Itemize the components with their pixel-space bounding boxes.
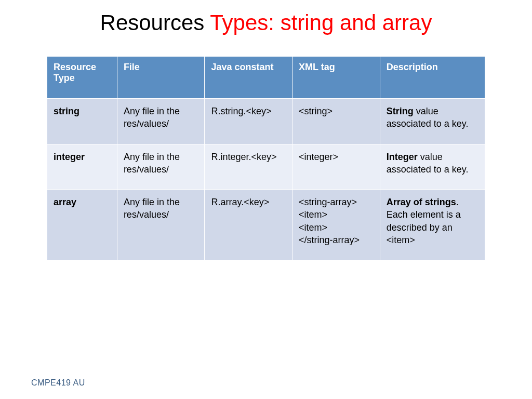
th-xml-tag: XML tag [292, 57, 380, 99]
title-red: Types: string and array [210, 10, 432, 35]
footer-label: CMPE419 AU [31, 378, 85, 388]
cell-file: Any file in the res/values/ [117, 144, 205, 190]
cell-xml: <integer> [292, 144, 380, 190]
desc-bold: Integer [387, 152, 418, 162]
cell-desc: Array of strings. Each element is a desc… [380, 190, 485, 260]
desc-bold: String [387, 106, 414, 116]
cell-type: array [47, 190, 117, 260]
resources-table: Resource Type File Java constant XML tag… [47, 56, 485, 260]
th-description: Description [380, 57, 485, 99]
cell-xml: <string> [292, 99, 380, 144]
cell-desc: String value associated to a key. [380, 99, 485, 144]
cell-file: Any file in the res/values/ [117, 190, 205, 260]
cell-constant: R.string.<key> [205, 99, 292, 144]
slide-title: Resources Types: string and array [0, 10, 532, 35]
cell-type: integer [47, 144, 117, 190]
cell-desc: Integer value associated to a key. [380, 144, 485, 190]
cell-file: Any file in the res/values/ [117, 99, 205, 144]
cell-type: string [47, 99, 117, 144]
table-row: integer Any file in the res/values/ R.in… [47, 144, 485, 190]
table-row: array Any file in the res/values/ R.arra… [47, 190, 485, 260]
cell-constant: R.integer.<key> [205, 144, 292, 190]
th-resource-type: Resource Type [47, 57, 117, 99]
th-file: File [117, 57, 205, 99]
desc-bold: Array of strings [387, 197, 456, 207]
title-black: Resources [100, 10, 210, 35]
cell-xml: <string-array> <item> <item> </string-ar… [292, 190, 380, 260]
table-row: string Any file in the res/values/ R.str… [47, 99, 485, 144]
table-header-row: Resource Type File Java constant XML tag… [47, 57, 485, 99]
cell-constant: R.array.<key> [205, 190, 292, 260]
th-java-constant: Java constant [205, 57, 292, 99]
